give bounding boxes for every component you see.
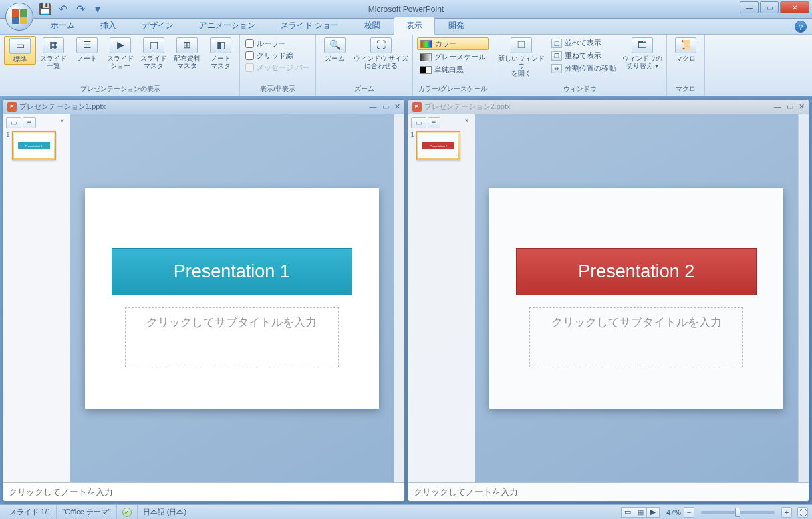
office-button[interactable] (5, 3, 33, 31)
group-window-label: ウィンドウ (496, 83, 664, 94)
view-slideshow-button[interactable]: ▶スライド ショー (104, 36, 136, 71)
outline-tab[interactable]: ≡ (23, 117, 36, 128)
view-normal-button[interactable]: ▭標準 (4, 36, 36, 65)
view-notes-master-button[interactable]: ◧ノート マスタ (205, 36, 237, 71)
status-spellcheck[interactable]: ✓ (117, 505, 138, 519)
color-mode-bw[interactable]: 単純白黒 (417, 64, 489, 75)
color-mode-grayscale[interactable]: グレースケール (417, 51, 489, 63)
zoom-slider[interactable] (701, 511, 775, 514)
tab-review[interactable]: 校閲 (352, 17, 392, 34)
group-macros-label: マクロ (670, 83, 702, 94)
group-show-hide-label: 表示/非表示 (243, 83, 313, 94)
zoom-out-button[interactable]: − (684, 507, 694, 518)
titlebar: 💾 ↶ ↷ ▾ Microsoft PowerPoint — ▭ ✕ (0, 0, 812, 19)
undo-button[interactable]: ↶ (56, 3, 70, 16)
maximize-button[interactable]: ▭ (760, 1, 779, 13)
panel-close-2[interactable]: × (462, 117, 472, 128)
zoom-slider-thumb[interactable] (735, 508, 740, 517)
doc1-minimize[interactable]: — (370, 102, 377, 111)
client-area: P プレゼンテーション1.pptx — ▭ ✕ ▭ ≡ × 1 Presenta… (0, 96, 812, 504)
doc1-maximize[interactable]: ▭ (382, 102, 389, 111)
doc2-minimize[interactable]: — (774, 102, 781, 111)
move-split-button[interactable]: ⇔分割位置の移動 (549, 63, 618, 74)
help-button[interactable]: ? (795, 21, 807, 33)
fit-to-window-button[interactable]: ⛶ウィンドウ サイズ に合わせる (352, 36, 410, 71)
close-button[interactable]: ✕ (780, 1, 809, 13)
zoom-percentage[interactable]: 47% (666, 508, 681, 516)
tab-insert[interactable]: 挿入 (88, 17, 128, 34)
checkbox-gridlines[interactable]: グリッド線 (245, 51, 310, 61)
status-theme[interactable]: "Office テーマ" (57, 505, 116, 519)
slide-canvas[interactable]: Presentation 1 クリックしてサブタイトルを入力 (85, 188, 379, 409)
tab-view[interactable]: 表示 (394, 17, 435, 35)
ribbon: ▭標準 ▦スライド 一覧 ☰ノート ▶スライド ショー ◫スライド マスタ ⊞配… (0, 35, 812, 96)
thumb-number-2: 1 (411, 131, 415, 160)
thumb-number: 1 (6, 131, 10, 160)
notes-pane[interactable]: クリックしてノートを入力 (3, 482, 404, 501)
slide-title-shape[interactable]: Presentation 1 (112, 248, 352, 295)
qat-customize[interactable]: ▾ (91, 3, 104, 16)
group-presentation-views-label: プレゼンテーションの表示 (4, 83, 237, 94)
save-button[interactable]: 💾 (39, 3, 52, 16)
document-titlebar-1[interactable]: P プレゼンテーション1.pptx — ▭ ✕ (3, 100, 404, 114)
arrange-all-button[interactable]: ◫並べて表示 (549, 37, 618, 49)
quick-access-toolbar: 💾 ↶ ↷ ▾ (39, 3, 104, 16)
vertical-scrollbar-2[interactable] (798, 114, 809, 482)
document-title-2: プレゼンテーション2.pptx (424, 102, 511, 112)
document-titlebar-2[interactable]: P プレゼンテーション2.pptx — ▭ ✕ (408, 100, 809, 114)
fit-slide-button[interactable]: ⛶ (797, 507, 808, 518)
minimize-button[interactable]: — (740, 1, 759, 13)
status-language[interactable]: 日本語 (日本) (138, 505, 192, 519)
redo-button[interactable]: ↷ (74, 3, 87, 16)
color-mode-color[interactable]: カラー (417, 37, 489, 50)
slide-subtitle-placeholder-2[interactable]: クリックしてサブタイトルを入力 (529, 307, 743, 367)
tab-slideshow[interactable]: スライド ショー (269, 17, 351, 34)
vertical-scrollbar[interactable] (394, 114, 404, 482)
tab-developer[interactable]: 開発 (436, 17, 477, 34)
statusbar: スライド 1/1 "Office テーマ" ✓ 日本語 (日本) ▭ ▦ ▶ 4… (0, 504, 812, 519)
doc2-close[interactable]: ✕ (799, 102, 805, 111)
group-zoom-label: ズーム (319, 83, 410, 94)
slides-tab[interactable]: ▭ (6, 117, 21, 128)
ribbon-tabs: ホーム 挿入 デザイン アニメーション スライド ショー 校閲 表示 開発 ? (0, 19, 812, 35)
view-slide-sorter-button[interactable]: ▦スライド 一覧 (37, 36, 70, 71)
switch-windows-button[interactable]: 🗔ウィンドウの 切り替え ▾ (621, 36, 664, 71)
cascade-button[interactable]: ❐重ねて表示 (549, 50, 618, 61)
powerpoint-file-icon: P (412, 102, 422, 112)
tab-home[interactable]: ホーム (39, 17, 87, 34)
view-handout-master-button[interactable]: ⊞配布資料 マスタ (171, 36, 203, 71)
checkbox-message-bar: メッセージ バー (245, 63, 310, 73)
slide-thumbnail-1[interactable]: Presentation 1 (12, 131, 56, 160)
macros-button[interactable]: 📜マクロ (670, 36, 702, 63)
statusbar-slideshow-view[interactable]: ▶ (646, 507, 660, 518)
checkbox-ruler[interactable]: ルーラー (245, 39, 310, 49)
panel-close[interactable]: × (57, 117, 67, 128)
tab-design[interactable]: デザイン (130, 17, 186, 34)
document-title-1: プレゼンテーション1.pptx (19, 102, 106, 112)
slide-canvas-2[interactable]: Presentation 2 クリックしてサブタイトルを入力 (489, 188, 783, 409)
outline-tab-2[interactable]: ≡ (428, 117, 441, 128)
doc1-close[interactable]: ✕ (394, 102, 400, 111)
new-window-button[interactable]: ❐新しいウィンドウ を開く (496, 36, 547, 78)
slide-edit-area[interactable]: Presentation 1 クリックしてサブタイトルを入力 (70, 114, 394, 482)
document-window-1: P プレゼンテーション1.pptx — ▭ ✕ ▭ ≡ × 1 Presenta… (3, 99, 405, 502)
document-window-2: P プレゼンテーション2.pptx — ▭ ✕ ▭ ≡ × 1 Presenta… (408, 99, 810, 502)
slide-thumbnails-panel: ▭ ≡ × 1 Presentation 1 (3, 114, 70, 482)
view-notes-page-button[interactable]: ☰ノート (71, 36, 103, 63)
slide-edit-area-2[interactable]: Presentation 2 クリックしてサブタイトルを入力 (475, 114, 799, 482)
slide-title-shape-2[interactable]: Presentation 2 (516, 248, 757, 295)
view-slide-master-button[interactable]: ◫スライド マスタ (138, 36, 170, 71)
statusbar-normal-view[interactable]: ▭ (621, 507, 634, 518)
notes-pane-2[interactable]: クリックしてノートを入力 (408, 482, 809, 501)
doc2-maximize[interactable]: ▭ (787, 102, 793, 111)
check-icon: ✓ (122, 508, 132, 517)
group-color-grayscale-label: カラー/グレースケール (416, 83, 490, 94)
slide-thumbnail-2-1[interactable]: Presentation 2 (416, 131, 460, 160)
zoom-in-button[interactable]: + (781, 507, 792, 518)
slides-tab-2[interactable]: ▭ (411, 117, 426, 128)
status-slide-number[interactable]: スライド 1/1 (4, 505, 57, 519)
statusbar-sorter-view[interactable]: ▦ (634, 507, 647, 518)
slide-subtitle-placeholder[interactable]: クリックしてサブタイトルを入力 (125, 307, 339, 367)
tab-animation[interactable]: アニメーション (187, 17, 267, 34)
zoom-button[interactable]: 🔍ズーム (319, 36, 351, 63)
